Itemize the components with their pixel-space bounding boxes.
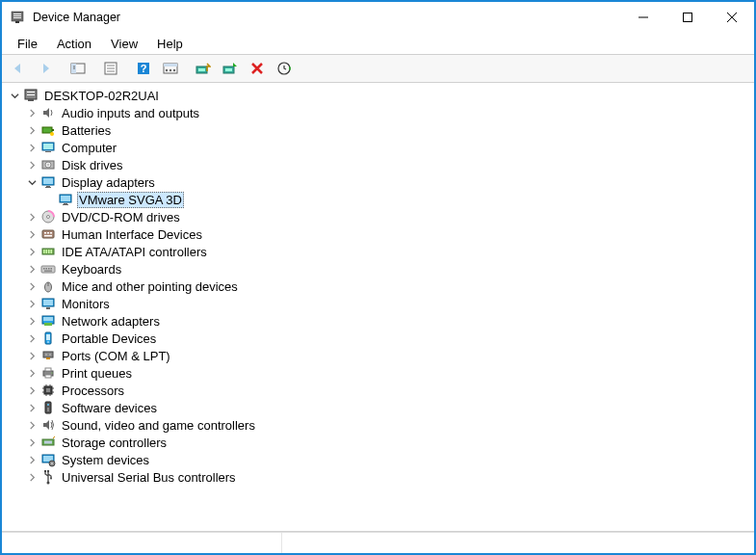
- chevron-right-icon[interactable]: [25, 453, 39, 466]
- storage-icon: [40, 435, 56, 450]
- display-icon: [58, 192, 73, 207]
- show-hide-console-tree-button[interactable]: [67, 58, 89, 79]
- svg-rect-17: [164, 64, 177, 66]
- svg-rect-53: [44, 235, 52, 237]
- tree-category[interactable]: Processors: [4, 382, 752, 399]
- chevron-right-icon[interactable]: [25, 383, 39, 397]
- svg-rect-56: [46, 250, 48, 253]
- maximize-button[interactable]: [665, 3, 710, 32]
- battery-icon: [40, 122, 56, 138]
- chevron-down-icon[interactable]: [25, 175, 39, 189]
- menu-action[interactable]: Action: [47, 35, 101, 53]
- enable-device-button[interactable]: [220, 58, 241, 79]
- chevron-right-icon[interactable]: [25, 210, 39, 224]
- tree-category-label: Network adapters: [60, 314, 162, 329]
- tree-category-label: Computer: [60, 141, 118, 155]
- tree-category[interactable]: Display adapters: [4, 173, 752, 191]
- svg-rect-34: [43, 144, 53, 149]
- tree-category[interactable]: Mice and other pointing devices: [4, 278, 752, 295]
- action-toolbar-button[interactable]: [160, 58, 181, 79]
- chevron-right-icon[interactable]: [25, 349, 39, 362]
- root-icon: [23, 88, 39, 103]
- chevron-right-icon[interactable]: [25, 470, 39, 484]
- tree-category[interactable]: Sound, video and game controllers: [4, 416, 752, 434]
- tree-category[interactable]: Human Interface Devices: [4, 225, 752, 243]
- tree-category[interactable]: Audio inputs and outputs: [4, 104, 752, 121]
- tree-device[interactable]: VMware SVGA 3D: [4, 191, 752, 208]
- chevron-right-icon[interactable]: [25, 227, 39, 241]
- minimize-button[interactable]: [621, 3, 665, 32]
- chevron-right-icon[interactable]: [25, 401, 39, 414]
- device-tree[interactable]: DESKTOP-02R2UAIAudio inputs and outputsB…: [2, 83, 754, 532]
- tree-category[interactable]: Disk drives: [4, 156, 752, 173]
- cpu-icon: [40, 383, 56, 398]
- chevron-right-icon[interactable]: [25, 158, 39, 172]
- close-button[interactable]: [710, 3, 754, 32]
- tree-category[interactable]: Print queues: [4, 364, 752, 382]
- menu-file[interactable]: File: [8, 35, 47, 53]
- window-controls: [621, 3, 754, 32]
- tree-category-label: Mice and other pointing devices: [60, 279, 240, 294]
- software-icon: [40, 400, 56, 415]
- tree-category[interactable]: System devices: [4, 451, 752, 468]
- tree-category[interactable]: Portable Devices: [4, 330, 752, 347]
- disk-icon: [40, 157, 56, 172]
- svg-point-32: [50, 132, 54, 136]
- chevron-right-icon[interactable]: [25, 262, 39, 276]
- dvd-icon: [40, 209, 56, 225]
- svg-rect-71: [43, 317, 53, 321]
- uninstall-device-button[interactable]: [247, 58, 268, 79]
- tree-category-label: Ports (COM & LPT): [60, 349, 172, 363]
- svg-rect-1: [15, 21, 19, 23]
- tree-category[interactable]: Storage controllers: [4, 434, 752, 451]
- sound-icon: [40, 417, 56, 433]
- chevron-down-icon[interactable]: [8, 89, 21, 102]
- properties-button[interactable]: [100, 58, 121, 79]
- svg-rect-24: [225, 68, 232, 71]
- display-icon: [40, 174, 56, 190]
- menu-view[interactable]: View: [101, 35, 147, 53]
- tree-root[interactable]: DESKTOP-02R2UAI: [4, 87, 752, 104]
- chevron-right-icon[interactable]: [25, 436, 39, 449]
- tree-category[interactable]: Universal Serial Bus controllers: [4, 468, 752, 486]
- chevron-right-icon[interactable]: [25, 418, 39, 432]
- svg-rect-27: [28, 99, 34, 101]
- tree-category[interactable]: Keyboards: [4, 260, 752, 278]
- chevron-right-icon[interactable]: [25, 366, 39, 380]
- svg-point-48: [47, 216, 50, 219]
- system-icon: [40, 452, 56, 467]
- back-button[interactable]: [8, 58, 29, 79]
- chevron-right-icon[interactable]: [25, 123, 39, 137]
- svg-rect-42: [45, 187, 51, 188]
- svg-rect-79: [46, 357, 50, 359]
- svg-point-106: [47, 482, 50, 485]
- chevron-right-icon[interactable]: [25, 141, 39, 154]
- menu-help[interactable]: Help: [147, 35, 193, 53]
- svg-rect-28: [27, 92, 35, 92]
- chevron-right-icon[interactable]: [25, 245, 39, 258]
- svg-rect-41: [46, 186, 50, 187]
- chevron-right-icon[interactable]: [25, 106, 39, 119]
- help-button[interactable]: ?: [133, 58, 154, 79]
- audio-icon: [40, 105, 56, 120]
- svg-rect-45: [64, 203, 67, 204]
- svg-rect-76: [43, 352, 53, 357]
- tree-category[interactable]: Software devices: [4, 399, 752, 416]
- chevron-right-icon[interactable]: [25, 297, 39, 310]
- forward-button[interactable]: [35, 58, 56, 79]
- scan-hardware-button[interactable]: [274, 58, 295, 79]
- update-driver-button[interactable]: [193, 58, 214, 79]
- chevron-right-icon[interactable]: [25, 279, 39, 293]
- tree-category[interactable]: Network adapters: [4, 312, 752, 330]
- tree-category[interactable]: IDE ATA/ATAPI controllers: [4, 243, 752, 260]
- chevron-right-icon[interactable]: [25, 331, 39, 345]
- svg-rect-82: [45, 375, 51, 378]
- tree-category[interactable]: Batteries: [4, 121, 752, 139]
- tree-category[interactable]: DVD/CD-ROM drives: [4, 208, 752, 225]
- svg-rect-40: [43, 178, 53, 184]
- svg-rect-62: [48, 268, 50, 270]
- tree-category[interactable]: Computer: [4, 139, 752, 156]
- chevron-right-icon[interactable]: [25, 314, 39, 328]
- tree-category[interactable]: Ports (COM & LPT): [4, 347, 752, 364]
- tree-category[interactable]: Monitors: [4, 295, 752, 312]
